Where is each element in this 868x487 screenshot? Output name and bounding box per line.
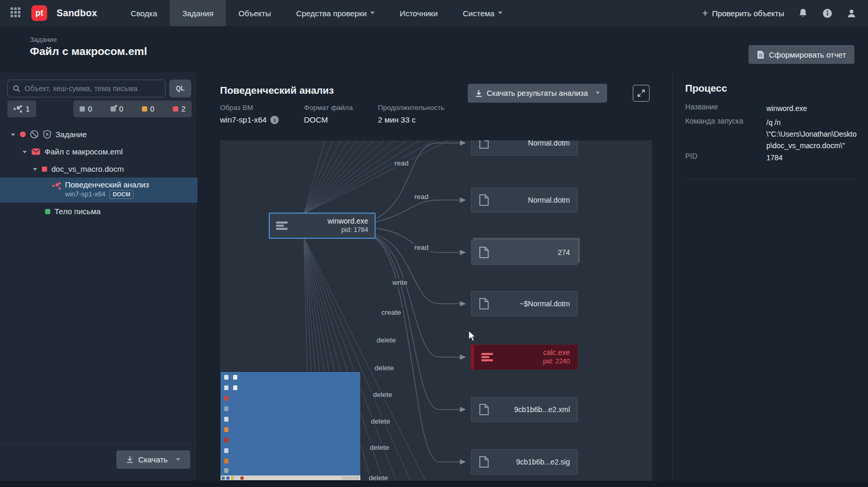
chevron-down-icon[interactable] (32, 167, 38, 172)
task-tree: Задание Файл с макросом.eml doc_vs_macro… (0, 126, 197, 220)
meta-vm-image: Образ ВМ win7-sp1-x64i (220, 104, 279, 124)
expand-icon (637, 89, 645, 97)
process-icon (481, 353, 493, 361)
vm-screenshot-thumbnail[interactable] (220, 371, 361, 481)
tree-item-task[interactable]: Задание (0, 126, 197, 143)
chevron-down-icon (370, 10, 375, 14)
analysis-title: Поведенческий анализ (220, 85, 334, 96)
vm-image-label: win7-sp1-x64 (65, 190, 105, 199)
counter-unknown: 0 (80, 105, 92, 113)
chevron-down-icon[interactable] (22, 149, 27, 154)
process-icon (276, 222, 288, 230)
nav-item-sredstva-proverki[interactable]: Средства проверки (283, 0, 387, 26)
file-icon (479, 140, 489, 149)
tree-item-eml[interactable]: Файл с макросом.eml (0, 143, 197, 160)
process-command-row: Команда запуска /q /n \"C:\Users\Jonatha… (685, 117, 858, 151)
file-node-tilde-normal-dotm[interactable]: ~$Normal.dotm (471, 291, 578, 316)
nav-item-istochniki[interactable]: Источники (387, 0, 450, 26)
file-icon (479, 456, 489, 468)
file-node-normal-dotm-clipped[interactable]: Normal.dotm (471, 140, 578, 156)
edge-label-delete: delete (368, 444, 391, 451)
panel-title: Процесс (685, 83, 727, 94)
chevron-down-icon (596, 90, 600, 94)
tree-item-docm[interactable]: doc_vs_macro.docm (0, 160, 197, 178)
object-search[interactable] (7, 80, 166, 97)
generate-report-button[interactable]: Сформировать отчет (749, 45, 854, 64)
check-objects-button[interactable]: + Проверить объекты (702, 8, 784, 19)
edge-label-delete: delete (367, 474, 390, 481)
fullscreen-expand-button[interactable] (633, 85, 650, 102)
info-icon[interactable]: i (270, 116, 279, 124)
file-node-9cb1b6b-xml[interactable]: 9cb1b6b...e2.xml (471, 397, 578, 422)
download-results-button[interactable]: Скачать результаты анализа (468, 84, 607, 103)
top-navbar: pt Sandbox Сводка Задания Объекты Средст… (0, 0, 868, 26)
file-group-node-274[interactable]: 274 (471, 240, 578, 265)
edge-label-delete: delete (375, 336, 398, 344)
chevron-down-icon (176, 457, 180, 461)
edge-label-delete: delete (369, 417, 392, 425)
info-icon[interactable] (822, 8, 832, 18)
process-pid-row: PID 1784 (685, 152, 858, 163)
main-menu: Сводка Задания Объекты Средства проверки… (118, 0, 515, 26)
graph-icon (14, 105, 22, 113)
process-node-winword[interactable]: winword.exe pid: 1784 (269, 213, 376, 239)
red-square-icon (173, 106, 178, 112)
file-icon (479, 403, 489, 416)
blocked-icon (30, 130, 39, 139)
nav-item-sistema[interactable]: Система (451, 0, 515, 26)
download-button[interactable]: Скачать (116, 450, 190, 469)
behavioral-analysis-panel: Поведенческий анализ Скачать результаты … (198, 72, 672, 481)
download-icon (475, 90, 482, 97)
task-tree-sidebar: QL 1 0 0 0 2 (0, 72, 197, 481)
plus-icon: + (702, 8, 708, 19)
search-input[interactable] (25, 84, 160, 93)
orange-square-icon (142, 106, 147, 112)
edge-label-delete: delete (373, 364, 395, 372)
process-details-panel: Процесс Название winword.exe Команда зап… (672, 72, 868, 481)
red-square-icon (42, 167, 47, 172)
green-square-icon (45, 209, 50, 214)
verdict-counters[interactable]: 0 0 0 2 (73, 101, 192, 117)
file-node-normal-dotm[interactable]: Normal.dotm (471, 187, 578, 213)
bottom-strip (0, 481, 868, 487)
edge-label-read: read (413, 244, 430, 251)
shield-x-icon (43, 130, 51, 139)
document-icon (757, 50, 764, 59)
danger-dot-icon (20, 131, 26, 137)
format-badge: DOCM (109, 190, 134, 199)
behavior-graph-icon (52, 182, 61, 190)
edge-label-write: write (391, 279, 409, 286)
nav-item-svodka[interactable]: Сводка (118, 0, 170, 26)
edge-label-read: read (393, 159, 410, 167)
tree-item-behavioral-analysis[interactable]: Поведенческий анализ win7-sp1-x64 DOCM (0, 178, 197, 203)
apps-grid-icon[interactable] (10, 7, 22, 19)
chevron-down-icon[interactable] (10, 132, 16, 137)
counter-suspicious: 0 (142, 105, 155, 113)
panel-divider (685, 179, 856, 180)
analysis-meta: Образ ВМ win7-sp1-x64i Формат файла DOCM… (220, 104, 444, 124)
nav-item-zadaniya[interactable]: Задания (170, 0, 226, 26)
pt-logo[interactable]: pt (31, 5, 47, 21)
page-title: Файл с макросом.eml (30, 45, 147, 58)
process-node-calc-malicious[interactable]: calc.exe pid: 2240 (471, 345, 578, 370)
user-profile-icon[interactable] (846, 8, 856, 18)
edge-label-delete: delete (371, 391, 394, 399)
notifications-bell-icon[interactable] (798, 8, 808, 18)
edge-label-read: read (413, 193, 430, 201)
download-icon (126, 456, 134, 463)
meta-duration: Продолжительность 2 мин 33 с (378, 104, 444, 124)
process-graph-canvas[interactable]: read read read write create delete delet… (220, 140, 652, 481)
tree-count-chip[interactable]: 1 (7, 101, 36, 117)
tree-item-mail-body[interactable]: Тело письма (0, 203, 197, 220)
counter-scanning: 0 (111, 105, 123, 113)
edge-label-create: create (380, 308, 403, 316)
nav-item-obekty[interactable]: Объекты (226, 0, 283, 26)
ql-mode-button[interactable]: QL (169, 80, 191, 97)
search-icon (13, 85, 20, 93)
gray-square-dot-icon (111, 106, 116, 112)
file-node-9cb1b6b-sig[interactable]: 9cb1b6b...e2.sig (471, 449, 578, 474)
chevron-down-icon (498, 10, 502, 14)
vm-taskbar (221, 475, 360, 480)
task-kicker: Задание (30, 36, 57, 43)
pt-sandbox-app: pt Sandbox Сводка Задания Объекты Средст… (0, 0, 868, 487)
